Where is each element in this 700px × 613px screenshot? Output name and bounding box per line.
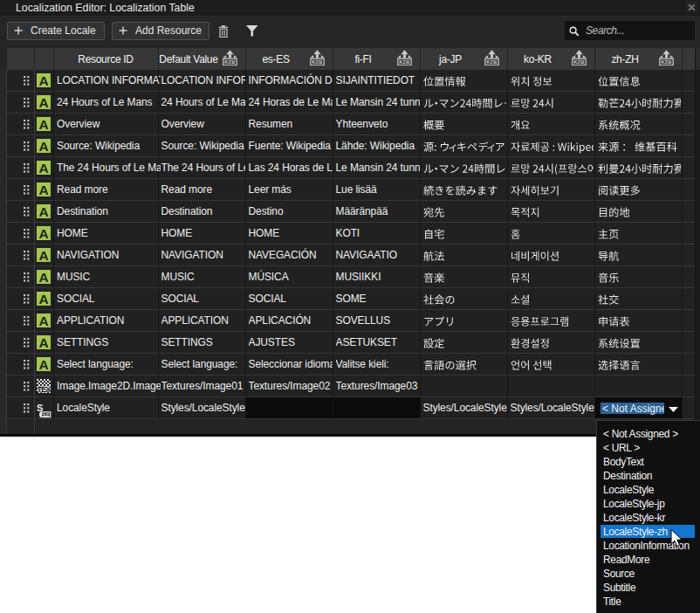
- svg-text:S: S: [37, 403, 43, 413]
- svg-text:KZB: KZB: [661, 59, 672, 65]
- svg-text:TEX: TEX: [38, 385, 51, 393]
